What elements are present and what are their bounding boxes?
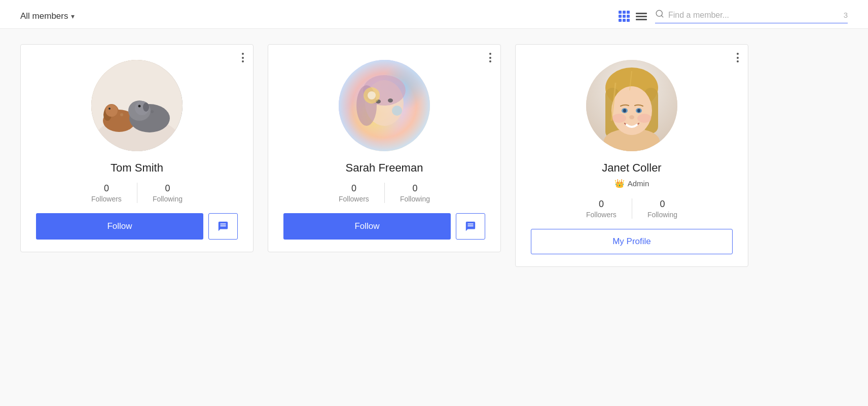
card-menu-sarah-freeman[interactable] (489, 53, 491, 62)
followers-block-sarah-freeman: 0 Followers (323, 183, 384, 203)
card-menu-janet-coller[interactable] (737, 53, 739, 62)
stats-row-janet-coller: 0 Followers 0 Following (531, 198, 733, 219)
member-name-tom-smith: Tom Smith (111, 161, 163, 175)
member-name-janet-coller: Janet Coller (602, 161, 661, 175)
svg-point-13 (143, 103, 149, 112)
followers-count-sarah-freeman: 0 (351, 183, 356, 194)
member-name-sarah-freeman: Sarah Freeman (346, 161, 423, 175)
following-block-tom-smith: 0 Following (137, 183, 198, 203)
stats-row-tom-smith: 0 Followers 0 Following (36, 183, 238, 203)
action-row-sarah-freeman: Follow (283, 213, 485, 240)
svg-point-14 (120, 113, 123, 116)
top-bar-right: 3 (619, 9, 848, 23)
followers-block-tom-smith: 0 Followers (76, 183, 137, 203)
followers-label-janet-coller: Followers (586, 211, 617, 219)
svg-point-12 (138, 105, 141, 108)
view-icons (619, 11, 647, 22)
followers-count-tom-smith: 0 (104, 183, 109, 194)
svg-point-40 (629, 115, 634, 119)
search-input[interactable] (668, 11, 838, 20)
following-count-tom-smith: 0 (165, 183, 170, 194)
svg-point-7 (105, 105, 118, 117)
grid-view-icon[interactable] (619, 11, 630, 22)
list-view-icon[interactable] (636, 13, 647, 20)
followers-label-tom-smith: Followers (91, 195, 122, 203)
svg-point-34 (612, 114, 626, 123)
followers-count-janet-coller: 0 (599, 199, 604, 210)
cards-area: Tom Smith 0 Followers 0 Following Follow (0, 29, 868, 282)
svg-point-23 (388, 98, 393, 103)
profile-button-janet-coller[interactable]: My Profile (531, 229, 733, 254)
search-area: 3 (655, 9, 848, 23)
avatar-tom-smith (91, 60, 183, 151)
crown-icon: 👑 (614, 179, 625, 188)
follow-button-sarah-freeman[interactable]: Follow (283, 213, 451, 240)
admin-badge-janet-coller: 👑 Admin (614, 179, 649, 188)
search-icon (655, 9, 664, 21)
filter-label: All members (20, 11, 68, 21)
svg-point-8 (108, 108, 111, 110)
top-bar: All members ▾ 3 (0, 0, 868, 29)
avatar-sarah-freeman (339, 60, 430, 151)
member-card-sarah-freeman: Sarah Freeman 0 Followers 0 Following Fo… (268, 44, 501, 252)
following-count-sarah-freeman: 0 (412, 183, 417, 194)
followers-block-janet-coller: 0 Followers (571, 199, 632, 219)
following-label-tom-smith: Following (153, 195, 183, 203)
member-card-janet-coller: Janet Coller 👑 Admin 0 Followers 0 Follo… (515, 44, 748, 267)
action-row-janet-coller: My Profile (531, 229, 733, 254)
action-row-tom-smith: Follow (36, 213, 238, 240)
following-count-janet-coller: 0 (660, 199, 665, 210)
svg-point-25 (368, 91, 376, 99)
message-icon (465, 221, 476, 232)
svg-point-15 (151, 110, 154, 113)
following-block-janet-coller: 0 Following (632, 199, 693, 219)
following-label-sarah-freeman: Following (400, 195, 430, 203)
svg-line-1 (661, 15, 663, 17)
svg-point-38 (623, 109, 626, 113)
following-label-janet-coller: Following (647, 211, 677, 219)
message-button-sarah-freeman[interactable] (456, 213, 485, 240)
svg-point-26 (392, 106, 402, 116)
card-menu-tom-smith[interactable] (242, 53, 244, 62)
member-count: 3 (844, 11, 848, 19)
message-button-tom-smith[interactable] (208, 213, 238, 240)
following-block-sarah-freeman: 0 Following (385, 183, 445, 203)
svg-point-39 (637, 109, 640, 113)
admin-label: Admin (628, 179, 649, 188)
followers-label-sarah-freeman: Followers (339, 195, 369, 203)
stats-row-sarah-freeman: 0 Followers 0 Following (283, 183, 485, 203)
avatar-janet-coller (586, 60, 677, 151)
svg-point-35 (637, 114, 652, 123)
follow-button-tom-smith[interactable]: Follow (36, 213, 203, 240)
filter-dropdown[interactable]: All members ▾ (20, 11, 75, 21)
chevron-down-icon: ▾ (71, 12, 75, 20)
member-card-tom-smith: Tom Smith 0 Followers 0 Following Follow (20, 44, 254, 252)
message-icon (218, 221, 229, 232)
